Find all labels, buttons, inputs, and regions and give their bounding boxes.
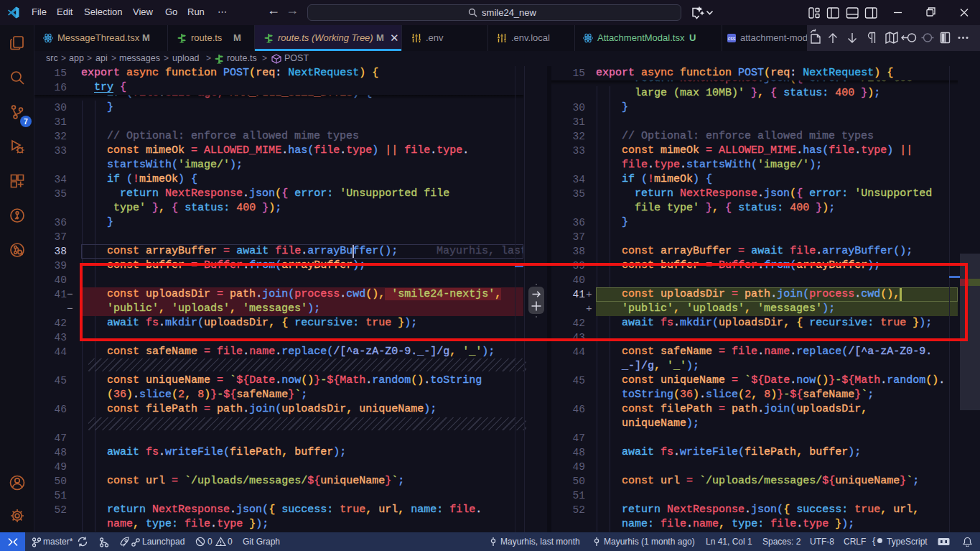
svg-text:css: css xyxy=(728,36,736,41)
